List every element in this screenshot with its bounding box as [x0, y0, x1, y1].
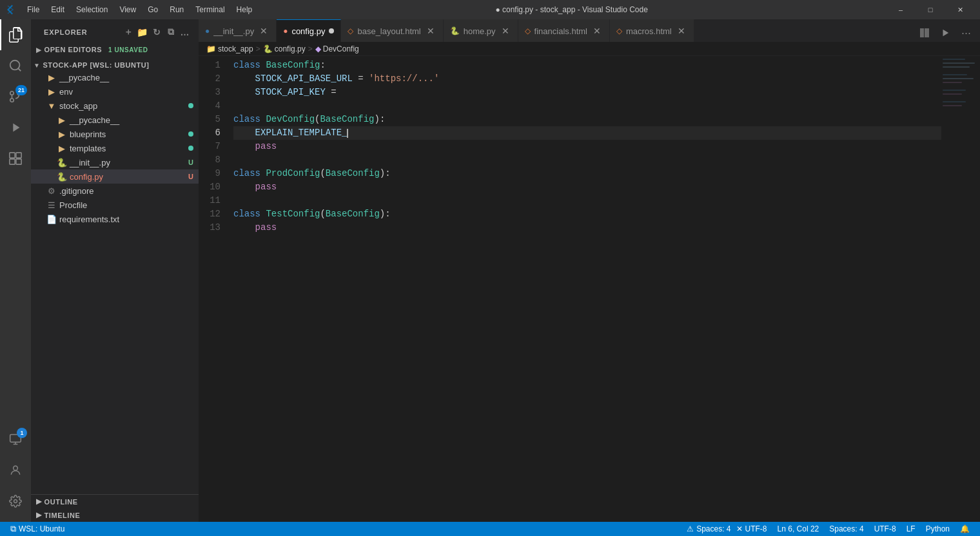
indentation-status[interactable]: Spaces: 4 [824, 522, 868, 536]
more-actions-icon[interactable]: … [179, 26, 191, 38]
sidebar-item-procfile[interactable]: ☰ Procfile [31, 198, 199, 212]
code-line-5: class DevConfig(BaseConfig): [233, 113, 941, 126]
svg-rect-19 [943, 101, 966, 102]
timeline-chevron: ▶ [36, 511, 42, 519]
breadcrumb-file[interactable]: 🐍config.py [263, 44, 306, 53]
requirements-label: requirements.txt [59, 215, 199, 224]
tab-base-layout-close[interactable]: ✕ [425, 25, 436, 37]
tab-base-layout[interactable]: ◇ base_layout.html ✕ [341, 19, 443, 42]
menu-run[interactable]: Run [164, 4, 189, 15]
split-editor-button[interactable] [916, 24, 934, 42]
run-debug-activity-icon[interactable] [0, 112, 31, 143]
menu-go[interactable]: Go [142, 4, 163, 15]
more-tabs-button[interactable]: ⋯ [957, 24, 975, 42]
folder-icon: ▶ [57, 115, 67, 125]
collapse-all-icon[interactable]: ⧉ [165, 26, 177, 38]
sidebar-item-gitignore[interactable]: ⚙ .gitignore [31, 184, 199, 198]
new-folder-icon[interactable]: 📁 [137, 26, 148, 38]
close-button[interactable]: ✕ [945, 0, 975, 19]
source-control-activity-icon[interactable]: 21 [0, 81, 31, 112]
breadcrumb-symbol[interactable]: ◆DevConfig [315, 44, 359, 53]
tab-macros-close[interactable]: ✕ [676, 25, 687, 37]
code-line-6[interactable]: EXPLAIN_TEMPLATE_ [233, 126, 941, 140]
sidebar-item-stock-app[interactable]: ▼ stock_app [31, 99, 199, 113]
sidebar-item-pycache-root[interactable]: ▶ __pycache__ [31, 70, 199, 84]
tab-financials[interactable]: ◇ financials.html ✕ [518, 19, 610, 42]
account-activity-icon[interactable] [0, 455, 31, 486]
python-file-icon-active: 🐍 [57, 172, 67, 182]
menu-help[interactable]: Help [231, 4, 258, 15]
python-file-icon: 🐍 [57, 158, 67, 168]
sidebar-item-init-py[interactable]: 🐍 __init__.py U [31, 155, 199, 169]
outline-header[interactable]: ▶ OUTLINE [31, 495, 199, 508]
settings-activity-icon[interactable] [0, 486, 31, 517]
tab-config-py-label: config.py [291, 26, 325, 36]
svg-rect-11 [943, 59, 965, 60]
sidebar-item-requirements[interactable]: 📄 requirements.txt [31, 212, 199, 226]
cursor-position-label: Ln 6, Col 22 [778, 524, 819, 533]
cursor-position-status[interactable]: Ln 6, Col 22 [772, 522, 825, 536]
tab-config-py-unsaved [329, 28, 334, 34]
explorer-activity-icon[interactable] [0, 19, 31, 50]
menu-edit[interactable]: Edit [46, 4, 70, 15]
open-editors-header[interactable]: ▶ OPEN EDITORS 1 UNSAVED [31, 44, 199, 55]
encoding-status[interactable]: UTF-8 [869, 522, 901, 536]
errors-warnings-status[interactable]: ⚠ Spaces: 4 ✕ UTF-8 [681, 522, 772, 536]
code-editor[interactable]: 1 2 3 4 5 6 7 8 9 10 11 12 13 [199, 56, 941, 237]
title-bar: File Edit Selection View Go Run Terminal… [0, 0, 980, 19]
tab-config-py[interactable]: ● config.py [277, 19, 341, 42]
menu-file[interactable]: File [22, 4, 44, 15]
code-line-2: STOCK_API_BASE_URL = 'https://...' [233, 72, 941, 86]
tab-home-py-close[interactable]: ✕ [500, 25, 511, 37]
tab-macros[interactable]: ◇ macros.html ✕ [610, 19, 694, 42]
outline-label: OUTLINE [44, 498, 78, 506]
code-line-8 [233, 153, 941, 167]
project-header[interactable]: ▼ STOCK-APP [WSL: UBUNTU] [31, 60, 199, 70]
code-line-7: pass [233, 140, 941, 153]
line-num-6: 6 [204, 126, 220, 140]
tab-home-py[interactable]: 🐍 home.py ✕ [444, 19, 518, 42]
refresh-icon[interactable]: ↻ [151, 26, 162, 38]
remote-activity-icon[interactable]: 1 [0, 424, 31, 455]
open-editors-label: OPEN EDITORS [44, 46, 103, 53]
timeline-label: TIMELINE [44, 512, 81, 519]
new-file-icon[interactable]: ＋ [122, 26, 134, 38]
extensions-activity-icon[interactable] [0, 143, 31, 174]
sidebar-item-blueprints[interactable]: ▶ blueprints [31, 127, 199, 141]
svg-rect-16 [943, 82, 962, 83]
window-title: ● config.py - stock_app - Visual Studio … [262, 5, 881, 14]
line-num-12: 12 [204, 207, 220, 221]
svg-point-9 [14, 466, 18, 470]
line-ending-status[interactable]: LF [901, 522, 921, 536]
tab-init-py[interactable]: ● __init__.py ✕ [199, 19, 277, 42]
remote-status[interactable]: ⧉ WSL: Ubuntu [5, 522, 70, 536]
maximize-button[interactable]: □ [916, 0, 945, 19]
tab-macros-label: macros.html [626, 26, 672, 36]
breadcrumb-project[interactable]: 📁stock_app [206, 44, 253, 53]
menu-view[interactable]: View [114, 4, 141, 15]
language-mode-status[interactable]: Python [921, 522, 955, 536]
menu-selection[interactable]: Selection [71, 4, 113, 15]
remote-badge: 1 [17, 428, 27, 438]
run-button[interactable] [936, 24, 954, 42]
search-activity-icon[interactable] [0, 50, 31, 81]
tab-init-py-close[interactable]: ✕ [258, 25, 270, 37]
menu-terminal[interactable]: Terminal [190, 4, 230, 15]
editor-content[interactable]: 1 2 3 4 5 6 7 8 9 10 11 12 13 [199, 56, 941, 522]
timeline-header[interactable]: ▶ TIMELINE [31, 508, 199, 522]
sidebar-item-templates[interactable]: ▶ templates [31, 141, 199, 155]
breadcrumb-class-icon: ◆ [315, 44, 321, 53]
minimize-button[interactable]: – [886, 0, 916, 19]
sidebar-item-env[interactable]: ▶ env [31, 84, 199, 99]
line-num-13: 13 [204, 221, 220, 235]
tab-financials-icon: ◇ [525, 26, 531, 35]
tab-financials-close[interactable]: ✕ [591, 25, 603, 37]
folder-icon: ▶ [46, 73, 57, 82]
notifications-status[interactable]: 🔔 [955, 522, 975, 536]
code-lines[interactable]: class BaseConfig: STOCK_API_BASE_URL = '… [231, 59, 941, 235]
breadcrumb: 📁stock_app > 🐍config.py > ◆DevConfig [199, 42, 980, 56]
sidebar-header-actions: ＋ 📁 ↻ ⧉ … [122, 26, 191, 38]
sidebar-item-pycache[interactable]: ▶ __pycache__ [31, 113, 199, 127]
sidebar-item-config-py[interactable]: 🐍 config.py U [31, 169, 199, 184]
folder-open-icon: ▼ [46, 101, 57, 111]
